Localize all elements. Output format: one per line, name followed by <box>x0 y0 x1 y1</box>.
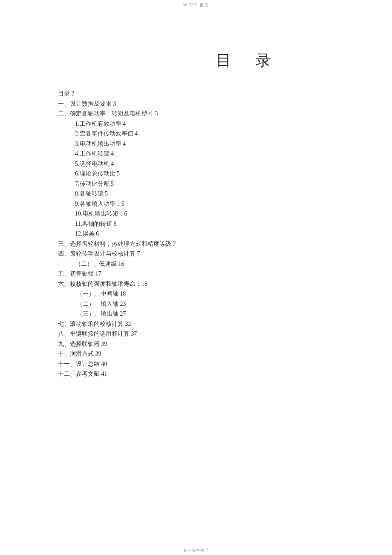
toc-entry: 七、滚动轴承的校核计算 32 <box>58 319 331 329</box>
toc-entry: 五、初算轴径 17 <box>58 269 331 279</box>
page-title: 目 录 <box>216 50 281 71</box>
toc-entry: 8.各轴转速 5 <box>58 189 331 199</box>
toc-entry: 9.各轴输入功率：5 <box>58 199 331 209</box>
header-format-label: WORD 格式 <box>0 2 392 8</box>
toc-entry: 十、润滑方式 39 <box>58 349 331 359</box>
toc-entry: 2.查各零件传动效率值 4 <box>58 129 331 139</box>
toc-entry: 六、校核轴的强度和轴承寿命：18 <box>58 279 331 289</box>
toc-entry: 四、齿轮传动设计与校核计算 7 <box>58 249 331 259</box>
toc-entry: （二）、输入轴 23 <box>58 299 331 309</box>
toc-entry: （三）、输出轴 27 <box>58 309 331 319</box>
toc-entry: 二、确定各轴功率、转矩及电机型号 3 <box>58 109 331 119</box>
footer-label: 专业资料整理 <box>0 548 392 553</box>
toc-entry: 6.理论总传动比 5 <box>58 169 331 179</box>
toc-entry: 三、选择齿轮材料，热处理方式和精度等级 7 <box>58 239 331 249</box>
toc-entry: 7.传动比分配 5 <box>58 179 331 189</box>
toc-entry: 10.电机输出转矩：6 <box>58 209 331 219</box>
toc-entry: 3.电动机输出功率 4 <box>58 139 331 149</box>
toc-entry: 八、平键联接的选用和计算 37 <box>58 329 331 339</box>
toc-entry: 目录 2 <box>58 89 331 99</box>
table-of-contents: 目录 2 一、设计数据及要求 3 二、确定各轴功率、转矩及电机型号 3 1.工作… <box>58 89 331 379</box>
toc-entry: 11.各轴的转矩 6 <box>58 219 331 229</box>
toc-entry: 5.选择电动机 4 <box>58 159 331 169</box>
toc-entry: （一）、中间轴 18 <box>58 289 331 299</box>
toc-entry: 一、设计数据及要求 3 <box>58 99 331 109</box>
toc-entry: （二）、低速级 16 <box>58 259 331 269</box>
toc-entry: 十二、参考文献 41 <box>58 369 331 379</box>
toc-entry: 12.误差 6 <box>58 229 331 239</box>
toc-entry: 1.工作机有效功率 4 <box>58 119 331 129</box>
toc-entry: 十一、设计总结 40 <box>58 359 331 369</box>
toc-entry: 4.工作机转速 4 <box>58 149 331 159</box>
toc-entry: 九、选择联轴器 39 <box>58 339 331 349</box>
